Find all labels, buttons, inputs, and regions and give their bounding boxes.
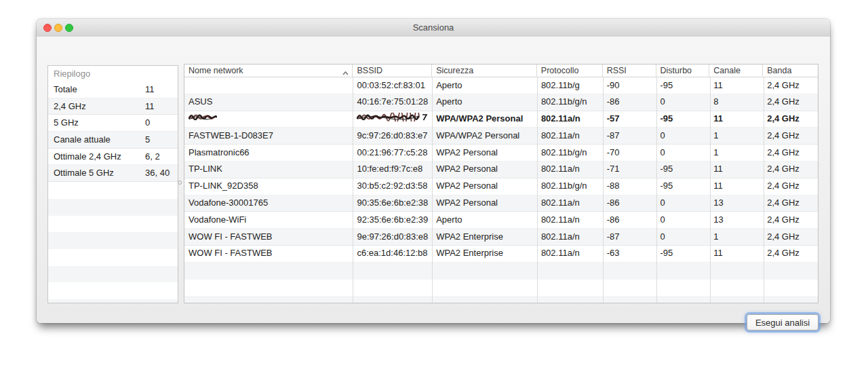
cell-noise: 0 [656, 145, 710, 161]
summary-value: 0 [145, 115, 150, 132]
cell-name [184, 111, 353, 128]
network-row[interactable]: Vodafone-WiFi92:35:6e:6b:e2:39Aperto802.… [184, 212, 818, 229]
network-row[interactable]: FASTWEB-1-D083E79c:97:26:d0:83:e7WPA/WPA… [184, 128, 818, 145]
network-row[interactable]: WPA/WPA2 Personal802.11a/n-57-95112,4 GH… [184, 111, 818, 128]
cell-bssid: 40:16:7e:75:01:28 [353, 94, 432, 111]
cell-noise: 0 [656, 94, 710, 111]
network-row[interactable]: 00:03:52:cf:83:01Aperto802.11b/g-90-9511… [184, 77, 818, 94]
cell-security: WPA2 Personal [432, 195, 537, 212]
column-header-name[interactable]: Nome network [184, 64, 353, 77]
window-title: Scansiona [37, 19, 830, 37]
network-row[interactable]: Vodafone-3000176590:35:6e:6b:e2:38WPA2 P… [184, 195, 818, 212]
network-row[interactable]: Plasmatronic6600:21:96:77:c5:28WPA2 Pers… [184, 145, 818, 162]
column-header-bssid[interactable]: BSSID [353, 64, 432, 77]
network-row[interactable]: WOW FI - FASTWEBc6:ea:1d:46:12:b8WPA2 En… [184, 246, 818, 263]
cell-protocol: 802.11a/n [537, 212, 603, 228]
cell-band: 2,4 GHz [763, 111, 818, 128]
cell-rssi: -57 [603, 111, 656, 128]
cell-rssi: -86 [603, 212, 656, 228]
redacted-bssid-scribble [357, 111, 429, 128]
cell-channel: 11 [709, 111, 763, 128]
cell-bssid: 00:03:52:cf:83:01 [353, 77, 432, 94]
cell-band: 2,4 GHz [763, 162, 818, 178]
cell-name: WOW FI - FASTWEB [184, 246, 353, 262]
cell-noise: -95 [656, 111, 710, 128]
column-header-rssi[interactable]: RSSI [603, 64, 656, 77]
cell-rssi: -90 [603, 77, 656, 94]
network-row[interactable]: ASUS40:16:7e:75:01:28Aperto802.11b/g/n-8… [184, 94, 818, 111]
cell-band: 2,4 GHz [763, 195, 818, 212]
column-header-label: BSSID [357, 66, 382, 75]
cell-noise: -95 [656, 77, 710, 94]
cell-name: Vodafone-30001765 [184, 195, 353, 212]
cell-security: Aperto [432, 94, 537, 111]
network-row[interactable]: WOW FI - FASTWEB9e:97:26:d0:83:e8WPA2 En… [184, 229, 818, 246]
run-analysis-button[interactable]: Esegui analisi [747, 314, 818, 331]
cell-rssi: -71 [603, 162, 656, 178]
cell-channel: 11 [709, 162, 763, 178]
cell-name: TP-LINK [184, 162, 353, 178]
cell-security: WPA2 Enterprise [432, 246, 537, 262]
column-header-label: Sicurezza [436, 66, 473, 75]
cell-band: 2,4 GHz [763, 178, 818, 195]
summary-row: Totale11 [48, 81, 178, 98]
cell-protocol: 802.11b/g/n [537, 145, 603, 161]
splitter-handle-icon[interactable] [178, 181, 182, 185]
cell-name [184, 77, 353, 94]
cell-bssid: 9c:97:26:d0:83:e7 [353, 128, 432, 144]
table-header: Nome networkBSSIDSicurezzaProtocolloRSSI… [184, 64, 818, 77]
cell-noise: -95 [656, 162, 710, 178]
cell-protocol: 802.11b/g/n [537, 94, 603, 111]
summary-label: Totale [54, 81, 77, 98]
network-row[interactable]: TP-LINK10:fe:ed:f9:7c:e8WPA2 Personal802… [184, 162, 818, 178]
cell-security: Aperto [432, 212, 537, 228]
cell-security: WPA2 Personal [432, 162, 537, 178]
column-header-label: Canale [713, 66, 741, 75]
cell-rssi: -87 [603, 229, 656, 245]
cell-security: WPA2 Enterprise [432, 229, 537, 245]
cell-name: Vodafone-WiFi [184, 212, 353, 228]
network-row[interactable]: TP-LINK_92D35830:b5:c2:92:d3:58WPA2 Pers… [184, 178, 818, 195]
redacted-name-scribble [189, 111, 217, 128]
column-header-security[interactable]: Sicurezza [432, 64, 537, 77]
column-header-noise[interactable]: Disturbo [656, 64, 710, 77]
scan-window: Scansiona Riepilogo Totale112,4 GHz115 G… [37, 19, 830, 323]
cell-bssid: c6:ea:1d:46:12:b8 [353, 246, 432, 262]
cell-security: Aperto [432, 77, 537, 94]
networks-table: Nome networkBSSIDSicurezzaProtocolloRSSI… [184, 64, 818, 303]
column-header-channel[interactable]: Canale [709, 64, 763, 77]
cell-protocol: 802.11a/n [537, 128, 603, 144]
summary-panel: Riepilogo Totale112,4 GHz115 GHz0Canale … [47, 65, 178, 303]
window-content: Riepilogo Totale112,4 GHz115 GHz0Canale … [37, 37, 830, 323]
cell-security: WPA2 Personal [432, 145, 537, 161]
cell-channel: 1 [709, 128, 763, 144]
cell-channel: 11 [709, 77, 763, 94]
titlebar[interactable]: Scansiona [37, 19, 830, 37]
cell-channel: 1 [709, 145, 763, 161]
cell-protocol: 802.11a/n [537, 195, 603, 212]
column-header-protocol[interactable]: Protocollo [537, 64, 603, 77]
column-header-label: Disturbo [660, 66, 692, 75]
cell-band: 2,4 GHz [763, 77, 818, 94]
column-header-label: Protocollo [541, 66, 579, 75]
cell-rssi: -86 [603, 195, 656, 212]
cell-noise: -95 [656, 178, 710, 195]
cell-rssi: -70 [603, 145, 656, 161]
cell-protocol: 802.11a/n [537, 246, 603, 262]
cell-band: 2,4 GHz [763, 145, 818, 161]
summary-panel-title: Riepilogo [48, 66, 178, 82]
summary-label: Ottimale 5 GHz [54, 165, 114, 182]
cell-protocol: 802.11a/n [537, 229, 603, 245]
summary-row: Ottimale 5 GHz36, 40 [48, 165, 178, 182]
cell-bssid [353, 111, 432, 128]
cell-channel: 11 [709, 178, 763, 195]
chevron-up-icon [342, 67, 349, 77]
summary-row: Ottimale 2,4 GHz6, 2 [48, 149, 178, 166]
cell-security: WPA/WPA2 Personal [432, 111, 537, 128]
cell-rssi: -87 [603, 128, 656, 144]
cell-protocol: 802.11a/n [537, 111, 603, 128]
column-header-band[interactable]: Banda [763, 64, 818, 77]
cell-protocol: 802.11a/n [537, 162, 603, 178]
cell-noise: -95 [656, 246, 710, 262]
summary-value: 36, 40 [145, 165, 170, 182]
